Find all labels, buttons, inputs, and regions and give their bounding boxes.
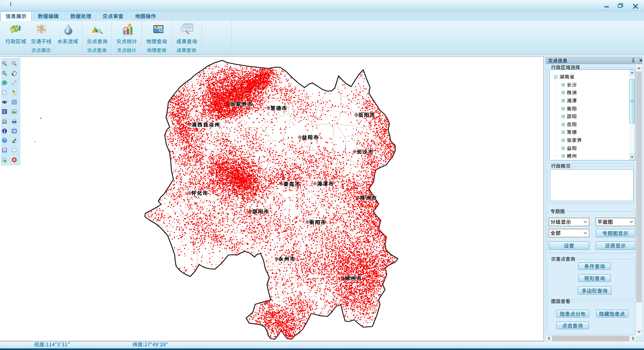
svg-text:?: ? xyxy=(3,138,6,142)
